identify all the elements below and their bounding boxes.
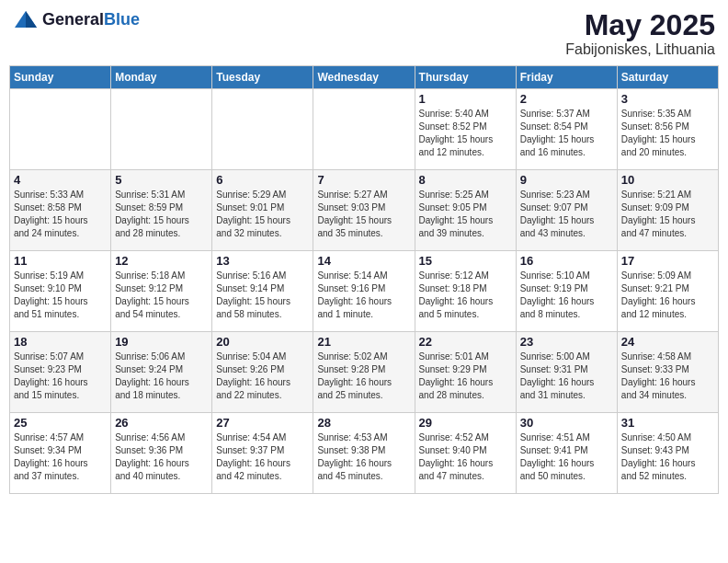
calendar-day-cell [212, 89, 313, 170]
day-number: 4 [14, 173, 107, 187]
day-number: 1 [419, 92, 512, 106]
calendar-day-cell: 8Sunrise: 5:25 AM Sunset: 9:05 PM Daylig… [415, 170, 516, 251]
calendar-day-cell: 2Sunrise: 5:37 AM Sunset: 8:54 PM Daylig… [516, 89, 617, 170]
day-number: 2 [520, 92, 613, 106]
day-info: Sunrise: 4:52 AM Sunset: 9:40 PM Dayligh… [419, 431, 512, 483]
calendar-day-cell: 19Sunrise: 5:06 AM Sunset: 9:24 PM Dayli… [111, 332, 212, 413]
weekday-header-cell: Wednesday [313, 66, 415, 89]
day-number: 12 [115, 254, 208, 268]
day-info: Sunrise: 5:40 AM Sunset: 8:52 PM Dayligh… [419, 108, 512, 159]
day-number: 6 [216, 173, 309, 187]
day-number: 27 [216, 416, 309, 430]
page-header: GeneralBlue May 2025 Fabijoniskes, Lithu… [9, 9, 719, 58]
calendar-day-cell: 20Sunrise: 5:04 AM Sunset: 9:26 PM Dayli… [212, 332, 313, 413]
weekday-header-cell: Friday [516, 66, 617, 89]
day-number: 14 [317, 254, 410, 268]
day-info: Sunrise: 5:18 AM Sunset: 9:12 PM Dayligh… [115, 270, 208, 321]
calendar-week-row: 11Sunrise: 5:19 AM Sunset: 9:10 PM Dayli… [10, 251, 719, 332]
day-info: Sunrise: 4:50 AM Sunset: 9:43 PM Dayligh… [621, 431, 714, 483]
day-info: Sunrise: 5:33 AM Sunset: 8:58 PM Dayligh… [14, 189, 107, 240]
day-number: 22 [419, 335, 512, 349]
day-info: Sunrise: 5:00 AM Sunset: 9:31 PM Dayligh… [520, 350, 613, 402]
day-number: 8 [419, 173, 512, 187]
day-info: Sunrise: 4:53 AM Sunset: 9:38 PM Dayligh… [317, 431, 410, 483]
day-info: Sunrise: 4:51 AM Sunset: 9:41 PM Dayligh… [520, 431, 613, 483]
calendar-day-cell: 5Sunrise: 5:31 AM Sunset: 8:59 PM Daylig… [111, 170, 212, 251]
day-number: 5 [115, 173, 208, 187]
day-number: 21 [317, 335, 410, 349]
weekday-header-cell: Thursday [415, 66, 516, 89]
day-number: 3 [621, 92, 714, 106]
calendar-day-cell: 17Sunrise: 5:09 AM Sunset: 9:21 PM Dayli… [617, 251, 718, 332]
weekday-header-cell: Saturday [617, 66, 718, 89]
logo: GeneralBlue [13, 9, 140, 29]
day-number: 24 [621, 335, 714, 349]
day-number: 7 [317, 173, 410, 187]
day-number: 13 [216, 254, 309, 268]
calendar-week-row: 1Sunrise: 5:40 AM Sunset: 8:52 PM Daylig… [10, 89, 719, 170]
calendar-day-cell: 11Sunrise: 5:19 AM Sunset: 9:10 PM Dayli… [10, 251, 111, 332]
calendar-day-cell: 15Sunrise: 5:12 AM Sunset: 9:18 PM Dayli… [415, 251, 516, 332]
day-info: Sunrise: 5:04 AM Sunset: 9:26 PM Dayligh… [216, 350, 309, 402]
day-number: 15 [419, 254, 512, 268]
calendar-day-cell: 14Sunrise: 5:14 AM Sunset: 9:16 PM Dayli… [313, 251, 415, 332]
weekday-header-row: SundayMondayTuesdayWednesdayThursdayFrid… [10, 66, 719, 89]
day-number: 25 [14, 416, 107, 430]
day-number: 11 [14, 254, 107, 268]
day-info: Sunrise: 5:01 AM Sunset: 9:29 PM Dayligh… [419, 350, 512, 402]
day-info: Sunrise: 5:37 AM Sunset: 8:54 PM Dayligh… [520, 108, 613, 159]
day-info: Sunrise: 5:16 AM Sunset: 9:14 PM Dayligh… [216, 270, 309, 321]
day-number: 9 [520, 173, 613, 187]
day-info: Sunrise: 5:27 AM Sunset: 9:03 PM Dayligh… [317, 189, 410, 240]
calendar-day-cell: 29Sunrise: 4:52 AM Sunset: 9:40 PM Dayli… [415, 413, 516, 494]
location-title: Fabijoniskes, Lithuania [565, 41, 715, 58]
calendar-day-cell: 25Sunrise: 4:57 AM Sunset: 9:34 PM Dayli… [10, 413, 111, 494]
day-info: Sunrise: 5:07 AM Sunset: 9:23 PM Dayligh… [14, 350, 107, 402]
day-number: 26 [115, 416, 208, 430]
calendar-day-cell [10, 89, 111, 170]
calendar-body: 1Sunrise: 5:40 AM Sunset: 8:52 PM Daylig… [10, 89, 719, 494]
day-number: 30 [520, 416, 613, 430]
calendar-day-cell: 9Sunrise: 5:23 AM Sunset: 9:07 PM Daylig… [516, 170, 617, 251]
day-info: Sunrise: 5:31 AM Sunset: 8:59 PM Dayligh… [115, 189, 208, 240]
calendar-week-row: 25Sunrise: 4:57 AM Sunset: 9:34 PM Dayli… [10, 413, 719, 494]
day-info: Sunrise: 5:12 AM Sunset: 9:18 PM Dayligh… [419, 270, 512, 321]
calendar-day-cell: 30Sunrise: 4:51 AM Sunset: 9:41 PM Dayli… [516, 413, 617, 494]
day-number: 18 [14, 335, 107, 349]
day-number: 31 [621, 416, 714, 430]
weekday-header-cell: Sunday [10, 66, 111, 89]
calendar-day-cell: 26Sunrise: 4:56 AM Sunset: 9:36 PM Dayli… [111, 413, 212, 494]
day-number: 28 [317, 416, 410, 430]
calendar-day-cell: 1Sunrise: 5:40 AM Sunset: 8:52 PM Daylig… [415, 89, 516, 170]
day-number: 16 [520, 254, 613, 268]
day-info: Sunrise: 4:57 AM Sunset: 9:34 PM Dayligh… [14, 431, 107, 483]
calendar-day-cell: 31Sunrise: 4:50 AM Sunset: 9:43 PM Dayli… [617, 413, 718, 494]
calendar-day-cell: 28Sunrise: 4:53 AM Sunset: 9:38 PM Dayli… [313, 413, 415, 494]
calendar-day-cell: 27Sunrise: 4:54 AM Sunset: 9:37 PM Dayli… [212, 413, 313, 494]
logo-icon [13, 9, 39, 29]
calendar-day-cell: 24Sunrise: 4:58 AM Sunset: 9:33 PM Dayli… [617, 332, 718, 413]
month-title: May 2025 [565, 9, 715, 41]
calendar-day-cell: 10Sunrise: 5:21 AM Sunset: 9:09 PM Dayli… [617, 170, 718, 251]
calendar-day-cell: 16Sunrise: 5:10 AM Sunset: 9:19 PM Dayli… [516, 251, 617, 332]
logo-general-text: General [42, 10, 104, 29]
day-info: Sunrise: 5:29 AM Sunset: 9:01 PM Dayligh… [216, 189, 309, 240]
weekday-header-cell: Tuesday [212, 66, 313, 89]
calendar-day-cell: 13Sunrise: 5:16 AM Sunset: 9:14 PM Dayli… [212, 251, 313, 332]
logo-blue-text: Blue [104, 10, 140, 29]
calendar-day-cell: 12Sunrise: 5:18 AM Sunset: 9:12 PM Dayli… [111, 251, 212, 332]
day-info: Sunrise: 5:09 AM Sunset: 9:21 PM Dayligh… [621, 270, 714, 321]
day-number: 10 [621, 173, 714, 187]
day-info: Sunrise: 5:10 AM Sunset: 9:19 PM Dayligh… [520, 270, 613, 321]
day-info: Sunrise: 5:25 AM Sunset: 9:05 PM Dayligh… [419, 189, 512, 240]
title-block: May 2025 Fabijoniskes, Lithuania [565, 9, 715, 58]
day-info: Sunrise: 4:58 AM Sunset: 9:33 PM Dayligh… [621, 350, 714, 402]
day-info: Sunrise: 4:54 AM Sunset: 9:37 PM Dayligh… [216, 431, 309, 483]
calendar-day-cell: 23Sunrise: 5:00 AM Sunset: 9:31 PM Dayli… [516, 332, 617, 413]
day-number: 17 [621, 254, 714, 268]
day-info: Sunrise: 5:02 AM Sunset: 9:28 PM Dayligh… [317, 350, 410, 402]
day-info: Sunrise: 5:14 AM Sunset: 9:16 PM Dayligh… [317, 270, 410, 321]
day-info: Sunrise: 5:06 AM Sunset: 9:24 PM Dayligh… [115, 350, 208, 402]
calendar-table: SundayMondayTuesdayWednesdayThursdayFrid… [9, 65, 719, 494]
calendar-day-cell: 7Sunrise: 5:27 AM Sunset: 9:03 PM Daylig… [313, 170, 415, 251]
